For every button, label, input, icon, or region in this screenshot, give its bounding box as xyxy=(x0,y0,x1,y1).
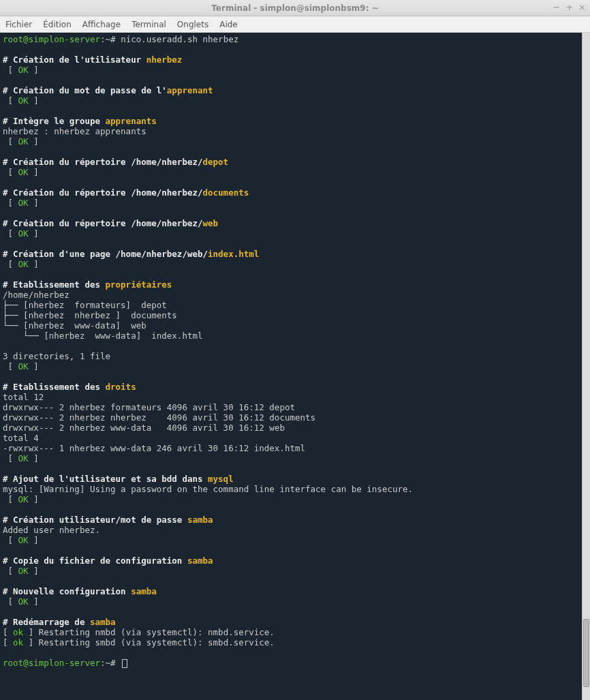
mysql-warning: mysql: [Warning] Using a password on the… xyxy=(3,484,413,494)
scrollbar-thumb[interactable] xyxy=(583,619,589,687)
menubar: Fichier Édition Affichage Terminal Ongle… xyxy=(0,16,590,33)
status-ok: ok xyxy=(13,627,23,637)
terminal-window: Terminal - simplon@simplonbsm9: ~ − + × … xyxy=(0,0,590,700)
status-ok: OK xyxy=(18,596,29,607)
section-header: # Création d'une page /home/nherbez/web/ xyxy=(3,249,208,259)
tree-line: └── [nherbez www-data] index.html xyxy=(3,331,203,341)
status-ok: OK xyxy=(18,198,29,208)
close-button[interactable]: × xyxy=(578,2,586,12)
restart-line: Restarting nmbd (via systemctl): nmbd.se… xyxy=(39,627,275,637)
scrollbar[interactable] xyxy=(582,33,590,700)
section-header: # Etablissement des xyxy=(3,279,106,290)
status-ok: OK xyxy=(18,228,29,239)
menu-edit[interactable]: Édition xyxy=(43,20,72,29)
status-ok: ok xyxy=(13,637,23,648)
menu-terminal[interactable]: Terminal xyxy=(131,20,166,29)
menu-help[interactable]: Aide xyxy=(219,20,238,29)
titlebar[interactable]: Terminal - simplon@simplonbsm9: ~ − + × xyxy=(0,0,590,16)
prompt-command: nico.useradd.sh nherbez xyxy=(121,34,238,44)
samba-added: Added user nherbez. xyxy=(3,525,100,535)
menu-view[interactable]: Affichage xyxy=(82,20,121,29)
prompt-symbol: # xyxy=(110,34,116,44)
section-header: # Création utilisateur/mot de passe xyxy=(3,515,187,525)
prompt-symbol: # xyxy=(110,658,116,668)
maximize-button[interactable]: + xyxy=(565,2,573,12)
ls-line: drwxrwx--- 2 nherbez www-data 4096 avril… xyxy=(3,423,285,433)
status-ok: OK xyxy=(18,167,29,177)
section-header: # Création de l'utilisateur xyxy=(3,55,146,65)
status-ok: OK xyxy=(18,566,29,576)
section-header: # Création du mot de passe de l' xyxy=(3,85,167,95)
prompt-host: root@simplon-server xyxy=(3,34,100,44)
ls-line: drwxrwx--- 2 nherbez formateurs 4096 avr… xyxy=(3,402,295,412)
status-ok: OK xyxy=(18,136,29,147)
ls-line: total 4 xyxy=(3,433,39,443)
status-ok: OK xyxy=(18,361,29,371)
tree-summary: 3 directories, 1 file xyxy=(3,351,110,361)
section-header: # Nouvelle configuration xyxy=(3,586,131,596)
restart-line: Restarting smbd (via systemctl): smbd.se… xyxy=(39,637,275,648)
group-detail: nherbez : nherbez apprenants xyxy=(3,126,146,136)
ls-line: drwxrwx--- 2 nherbez nherbez 4096 avril … xyxy=(3,412,315,423)
section-header: # Création du répertoire /home/nherbez/ xyxy=(3,218,203,228)
tree-line: ├── [nherbez formateurs] depot xyxy=(3,300,167,310)
tree-line: └── [nherbez www-data] web xyxy=(3,320,146,331)
menu-file[interactable]: Fichier xyxy=(5,20,32,29)
section-header: # Redémarrage de xyxy=(3,617,90,627)
ls-line: total 12 xyxy=(3,392,44,402)
terminal-output[interactable]: root@simplon-server:~# nico.useradd.sh n… xyxy=(0,33,582,700)
section-header: # Intègre le groupe xyxy=(3,116,106,126)
terminal-wrap: root@simplon-server:~# nico.useradd.sh n… xyxy=(0,33,590,700)
tree-line: ├── [nherbez nherbez ] documents xyxy=(3,310,177,320)
section-header: # Ajout de l'utilisateur et sa bdd dans xyxy=(3,474,208,484)
prompt-cwd: ~ xyxy=(106,658,111,668)
status-ok: OK xyxy=(18,65,29,75)
window-controls: − + × xyxy=(553,2,586,12)
prompt-host: root@simplon-server xyxy=(3,658,100,668)
cursor xyxy=(122,659,127,668)
section-header: # Création du répertoire /home/nherbez/ xyxy=(3,157,203,167)
minimize-button[interactable]: − xyxy=(553,2,560,12)
status-ok: OK xyxy=(18,95,29,106)
section-header: # Etablissement des xyxy=(3,382,106,392)
section-header: # Création du répertoire /home/nherbez/ xyxy=(3,187,203,198)
status-ok: OK xyxy=(18,259,29,269)
status-ok: OK xyxy=(18,494,29,504)
ls-line: -rwxrwx--- 1 nherbez www-data 246 avril … xyxy=(3,443,305,453)
owners-path: /home/nherbez xyxy=(3,290,69,300)
window-title: Terminal - simplon@simplonbsm9: ~ xyxy=(211,3,378,13)
menu-tabs[interactable]: Onglets xyxy=(177,20,208,29)
section-header: # Copie du fichier de configuration xyxy=(3,556,187,566)
status-ok: OK xyxy=(18,535,29,545)
prompt-cwd: ~ xyxy=(106,34,111,44)
status-ok: OK xyxy=(18,453,29,463)
